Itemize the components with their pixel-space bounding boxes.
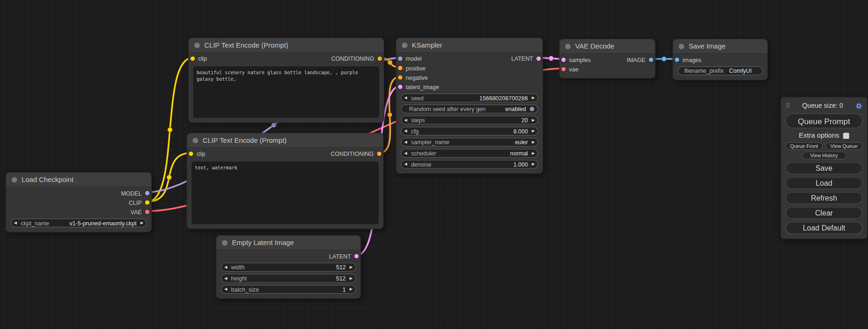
output-label-image: IMAGE bbox=[627, 56, 645, 63]
increment-arrow-icon[interactable]: ▶ bbox=[532, 96, 535, 100]
batch-size-widget[interactable]: ◀ batch_size 1 ▶ bbox=[221, 285, 356, 294]
decrement-arrow-icon[interactable]: ◀ bbox=[404, 162, 407, 166]
output-slot-model[interactable] bbox=[145, 190, 149, 195]
increment-arrow-icon[interactable]: ▶ bbox=[350, 265, 353, 269]
combo-right-icon[interactable]: ▶ bbox=[532, 140, 535, 144]
decrement-arrow-icon[interactable]: ◀ bbox=[404, 129, 407, 133]
decrement-arrow-icon[interactable]: ◀ bbox=[224, 276, 227, 280]
scheduler-widget[interactable]: ◀ scheduler normal ▶ bbox=[401, 149, 538, 158]
node-vae-decode[interactable]: VAE Decode samples IMAGE vae bbox=[559, 39, 655, 78]
output-slot-clip[interactable] bbox=[145, 200, 149, 204]
denoise-widget[interactable]: ◀ denoise 1.000 ▶ bbox=[401, 160, 538, 169]
filename-prefix-widget[interactable]: filename_prefix ComfyUI bbox=[677, 66, 763, 75]
view-queue-button[interactable]: View Queue bbox=[826, 142, 862, 150]
combo-right-icon[interactable]: ▶ bbox=[141, 221, 143, 225]
output-slot-vae[interactable] bbox=[145, 210, 149, 214]
link-midpoint-dot bbox=[388, 60, 393, 65]
node-collapse-dot[interactable] bbox=[194, 42, 200, 48]
width-widget[interactable]: ◀ width 512 ▶ bbox=[221, 263, 356, 272]
widget-value: 8.000 bbox=[513, 128, 528, 134]
settings-gear-icon[interactable] bbox=[855, 102, 862, 109]
extra-options-label: Extra options bbox=[799, 132, 840, 140]
prompt-textarea[interactable]: text, watermark bbox=[191, 161, 379, 224]
node-collapse-dot[interactable] bbox=[402, 42, 408, 48]
widget-value: 512 bbox=[336, 264, 346, 271]
increment-arrow-icon[interactable]: ▶ bbox=[532, 162, 535, 166]
cfg-widget[interactable]: ◀ cfg 8.000 ▶ bbox=[401, 127, 538, 136]
input-label-clip: clip bbox=[197, 150, 205, 157]
input-slot-samples[interactable] bbox=[561, 57, 565, 62]
input-slot-vae[interactable] bbox=[561, 67, 565, 71]
ckpt-name-widget[interactable]: ◀ ckpt_name v1-5-pruned-emaonly.ckpt ▶ bbox=[11, 218, 147, 227]
save-button[interactable]: Save bbox=[785, 162, 862, 174]
increment-arrow-icon[interactable]: ▶ bbox=[350, 276, 353, 280]
combo-left-icon[interactable]: ◀ bbox=[14, 221, 17, 225]
refresh-button[interactable]: Refresh bbox=[785, 192, 862, 204]
node-collapse-dot[interactable] bbox=[565, 43, 571, 49]
seed-widget[interactable]: ◀ seed 156680208700286 ▶ bbox=[401, 93, 538, 102]
decrement-arrow-icon[interactable]: ◀ bbox=[404, 96, 407, 100]
drag-handle-icon[interactable]: ⠿ bbox=[785, 102, 790, 109]
node-clip-text-encode-positive[interactable]: CLIP Text Encode (Prompt) clip CONDITION… bbox=[188, 38, 384, 123]
node-ksampler[interactable]: KSampler model LATENT positive negative … bbox=[396, 38, 543, 174]
output-slot-conditioning[interactable] bbox=[377, 151, 381, 155]
node-title-bar[interactable]: CLIP Text Encode (Prompt) bbox=[189, 38, 383, 53]
node-save-image[interactable]: Save Image images filename_prefix ComfyU… bbox=[673, 39, 768, 80]
combo-right-icon[interactable]: ▶ bbox=[532, 151, 535, 155]
link-midpoint-dot bbox=[271, 123, 276, 128]
input-slot-latent-image[interactable] bbox=[398, 84, 402, 89]
load-button[interactable]: Load bbox=[785, 177, 862, 189]
decrement-arrow-icon[interactable]: ◀ bbox=[404, 118, 407, 122]
extra-options-checkbox[interactable] bbox=[843, 133, 849, 139]
increment-arrow-icon[interactable]: ▶ bbox=[532, 118, 535, 122]
node-title-text: KSampler bbox=[412, 41, 442, 49]
clear-button[interactable]: Clear bbox=[785, 207, 862, 219]
output-slot-latent[interactable] bbox=[536, 56, 541, 60]
node-title-bar[interactable]: KSampler bbox=[396, 38, 543, 53]
input-label-clip: clip bbox=[198, 55, 207, 62]
node-title-bar[interactable]: Save Image bbox=[673, 39, 768, 54]
queue-prompt-button[interactable]: Queue Prompt bbox=[785, 113, 862, 128]
combo-left-icon[interactable]: ◀ bbox=[404, 140, 407, 144]
combo-left-icon[interactable]: ◀ bbox=[404, 151, 407, 155]
widget-value: ComfyUI bbox=[729, 68, 752, 74]
sampler-name-widget[interactable]: ◀ sampler_name euler ▶ bbox=[401, 138, 538, 147]
input-slot-clip[interactable] bbox=[191, 56, 195, 60]
increment-arrow-icon[interactable]: ▶ bbox=[532, 129, 535, 133]
node-collapse-dot[interactable] bbox=[222, 240, 227, 245]
node-title-bar[interactable]: Load Checkpoint bbox=[6, 173, 151, 187]
output-slot-conditioning[interactable] bbox=[378, 56, 382, 60]
node-title-bar[interactable]: CLIP Text Encode (Prompt) bbox=[187, 133, 383, 148]
input-slot-clip[interactable] bbox=[189, 151, 193, 155]
node-clip-text-encode-negative[interactable]: CLIP Text Encode (Prompt) clip CONDITION… bbox=[187, 133, 384, 229]
node-title-bar[interactable]: Empty Latent Image bbox=[217, 236, 360, 250]
widget-label: seed bbox=[411, 95, 423, 101]
node-title-bar[interactable]: VAE Decode bbox=[560, 39, 655, 54]
input-slot-images[interactable] bbox=[675, 57, 679, 62]
load-default-button[interactable]: Load Default bbox=[785, 222, 862, 234]
input-label-positive: positive bbox=[406, 64, 425, 71]
prompt-textarea[interactable]: beautiful scenery nature glass bottle la… bbox=[193, 66, 379, 118]
node-empty-latent-image[interactable]: Empty Latent Image LATENT ◀ width 512 ▶ … bbox=[216, 235, 361, 299]
random-seed-toggle-widget[interactable]: Random seed after every gen enabled bbox=[401, 105, 538, 113]
output-slot-latent[interactable] bbox=[354, 254, 359, 258]
node-load-checkpoint[interactable]: Load Checkpoint MODEL CLIP VAE ◀ ckpt_na… bbox=[6, 172, 152, 232]
node-title-text: VAE Decode bbox=[575, 42, 614, 50]
output-slot-image[interactable] bbox=[649, 57, 653, 62]
decrement-arrow-icon[interactable]: ◀ bbox=[224, 265, 227, 269]
steps-widget[interactable]: ◀ steps 20 ▶ bbox=[401, 116, 538, 125]
increment-arrow-icon[interactable]: ▶ bbox=[350, 287, 353, 291]
view-history-button[interactable]: View History bbox=[802, 152, 846, 160]
decrement-arrow-icon[interactable]: ◀ bbox=[224, 287, 227, 291]
input-slot-model[interactable] bbox=[398, 56, 402, 60]
node-graph-canvas[interactable]: Load Checkpoint MODEL CLIP VAE ◀ ckpt_na… bbox=[0, 0, 868, 329]
node-collapse-dot[interactable] bbox=[679, 43, 685, 49]
queue-front-button[interactable]: Queue Front bbox=[785, 142, 822, 150]
input-slot-positive[interactable] bbox=[398, 65, 402, 70]
height-widget[interactable]: ◀ height 512 ▶ bbox=[221, 274, 356, 283]
input-slot-negative[interactable] bbox=[398, 75, 402, 79]
widget-label: ckpt_name bbox=[21, 220, 49, 226]
node-collapse-dot[interactable] bbox=[193, 138, 198, 143]
input-label-model: model bbox=[406, 55, 422, 62]
node-collapse-dot[interactable] bbox=[12, 177, 17, 182]
